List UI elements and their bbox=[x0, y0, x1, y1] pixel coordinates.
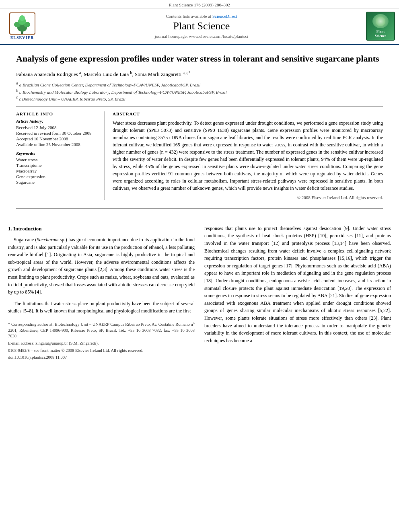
article-content: Analysis of gene expression profiles und… bbox=[0, 45, 399, 225]
article-info-panel: ARTICLE INFO Article history: Received 1… bbox=[16, 111, 105, 200]
footnote-area: * Corresponding author at: Biotechnology… bbox=[8, 319, 195, 361]
history-revised: Received in revised form 30 October 2008 bbox=[16, 131, 98, 136]
abstract-section: ABSTRACT Water stress decreases plant pr… bbox=[113, 111, 383, 200]
affiliations: a a Brazilian Clone Collection Center, D… bbox=[16, 81, 383, 101]
history-accepted: Accepted 10 November 2008 bbox=[16, 136, 98, 141]
history-online: Available online 25 November 2008 bbox=[16, 142, 98, 147]
body-para-1: Sugarcane (Saccharum sp.) has great econ… bbox=[8, 236, 195, 296]
body-right-para-1: responses that plants use to protect the… bbox=[204, 225, 391, 345]
history-received: Received 12 July 2008 bbox=[16, 125, 98, 130]
body-divider bbox=[16, 208, 383, 209]
affiliation-b: b b Biochemistry and Molecular Biology L… bbox=[16, 88, 383, 94]
body-columns: 1. Introduction Sugarcane (Saccharum sp.… bbox=[0, 225, 399, 362]
footnote-doi-line: 0168-9452/$ – see front matter © 2008 El… bbox=[8, 348, 195, 354]
abstract-title: ABSTRACT bbox=[113, 111, 383, 116]
svg-point-5 bbox=[19, 15, 25, 21]
affiliation-a: a a Brazilian Clone Collection Center, D… bbox=[16, 81, 383, 87]
journal-title: Plant Science bbox=[40, 20, 363, 32]
journal-citation: Plant Science 176 (2009) 286–302 bbox=[169, 2, 230, 7]
footnote-corresponding: * Corresponding author at: Biotechnology… bbox=[8, 322, 195, 339]
journal-meta: Plant Science 176 (2009) 286–302 bbox=[0, 0, 399, 8]
affiliation-c: c c Biotechnology Unit – UNAERP, Ribeirã… bbox=[16, 95, 383, 101]
keywords-label: Keywords: bbox=[16, 151, 98, 156]
sciencedirect-link[interactable]: ScienceDirect bbox=[212, 14, 237, 18]
journal-badge-container: PlantScience bbox=[363, 12, 395, 41]
footnote-doi: doi:10.1016/j.plantsci.2008.11.007 bbox=[8, 355, 195, 361]
journal-homepage: journal homepage: www.elsevier.com/locat… bbox=[40, 34, 363, 39]
contents-link: Contents lists available at ScienceDirec… bbox=[40, 14, 363, 18]
elsevier-label: ELSEVIER bbox=[10, 35, 34, 40]
abstract-text: Water stress decreases plant productivit… bbox=[113, 119, 383, 192]
footnote-email: E-mail address: zingara@unaerp.br (S.M. … bbox=[8, 341, 195, 347]
elsevier-logo: ELSEVIER bbox=[4, 12, 40, 40]
authors-line: Fabiana Aparecida Rodrigues a, Marcelo L… bbox=[16, 70, 383, 78]
plant-science-badge: PlantScience bbox=[366, 12, 395, 41]
header-divider bbox=[16, 106, 383, 107]
keyword-macroarray: Macroarray bbox=[16, 168, 98, 173]
article-info-title: ARTICLE INFO bbox=[16, 111, 98, 116]
body-left-column: 1. Introduction Sugarcane (Saccharum sp.… bbox=[8, 225, 195, 362]
article-history-label: Article history: bbox=[16, 119, 98, 123]
article-title: Analysis of gene expression profiles und… bbox=[16, 53, 383, 65]
journal-header: ELSEVIER Contents lists available at Sci… bbox=[0, 8, 399, 45]
elsevier-tree-icon bbox=[9, 12, 35, 35]
badge-circle-icon bbox=[372, 14, 389, 28]
intro-heading: 1. Introduction bbox=[8, 225, 195, 233]
body-right-column: responses that plants use to protect the… bbox=[204, 225, 391, 362]
keyword-transcriptome: Transcriptome bbox=[16, 163, 98, 168]
journal-center: Contents lists available at ScienceDirec… bbox=[40, 14, 363, 39]
badge-label: PlantScience bbox=[375, 29, 387, 38]
keyword-water-stress: Water stress bbox=[16, 157, 98, 162]
keyword-sugarcane: Sugarcane bbox=[16, 180, 98, 185]
keyword-gene-expression: Gene expression bbox=[16, 174, 98, 179]
copyright-line: © 2008 Elsevier Ireland Ltd. All rights … bbox=[113, 195, 383, 200]
body-para-2: The limitations that water stress place … bbox=[8, 300, 195, 315]
article-info-abstract: ARTICLE INFO Article history: Received 1… bbox=[16, 111, 383, 200]
